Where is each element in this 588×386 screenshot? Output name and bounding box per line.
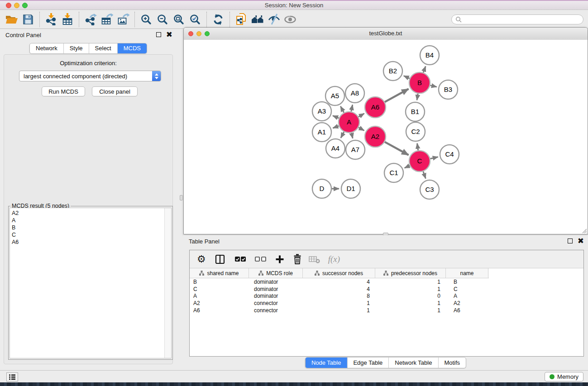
graph-edge-A-A1[interactable] (333, 126, 339, 128)
add-column-icon[interactable] (275, 255, 284, 264)
tab-edge-table[interactable]: Edge Table (347, 357, 388, 368)
graph-node-label-B4: B4 (425, 51, 434, 59)
mcds-result-scrollbar[interactable] (164, 208, 171, 358)
deselect-all-rows-icon[interactable] (255, 257, 266, 262)
memory-button[interactable]: Memory (545, 372, 583, 381)
graph-edge-A6-B[interactable] (385, 89, 409, 102)
graph-edge-B-B1[interactable] (417, 94, 418, 100)
table-row[interactable]: Bdominator41B (190, 278, 583, 286)
export-network-button[interactable] (82, 12, 99, 27)
open-folder-icon (5, 14, 18, 25)
network-minimize-button[interactable] (196, 31, 201, 36)
close-panel-icon[interactable]: ✖ (166, 32, 172, 37)
delete-columns-icon[interactable] (293, 254, 302, 264)
column-header-successor-nodes[interactable]: successor nodes (303, 268, 375, 278)
table-row[interactable]: A2connector11A2 (190, 300, 583, 307)
close-window-button[interactable] (6, 3, 11, 8)
show-panels-button[interactable] (6, 372, 18, 381)
table-settings-icon[interactable]: ⚙ (197, 254, 206, 264)
column-header-mcds-role[interactable]: MCDS role (249, 268, 303, 278)
graph-edge-B-B2[interactable] (404, 76, 410, 79)
graph-edge-A-A8[interactable] (351, 105, 353, 112)
run-mcds-button[interactable]: Run MCDS (42, 86, 85, 96)
select-all-rows-icon[interactable] (235, 257, 246, 262)
graph-edge-C-C1[interactable] (405, 166, 410, 168)
mcds-result-item[interactable]: A2 (10, 210, 164, 217)
graph-edge-A-A4[interactable] (341, 132, 344, 138)
tab-network-table[interactable]: Network Table (388, 357, 438, 368)
criterion-select[interactable]: largest connected component (directed) (19, 71, 161, 81)
splitter-handle-vertical[interactable] (180, 195, 183, 200)
new-network-from-selection-button[interactable] (233, 12, 249, 27)
table-cell: A6 (190, 307, 249, 314)
graph-edge-B-B3[interactable] (430, 86, 436, 87)
zoom-out-button[interactable] (154, 12, 171, 27)
table-header-row: shared name MCDS role successor nodes pr… (190, 268, 489, 278)
refresh-icon (212, 14, 224, 25)
zoom-in-icon (140, 14, 152, 25)
minimize-window-button[interactable] (14, 3, 19, 8)
apply-layout-button[interactable] (210, 12, 226, 27)
close-panel-button[interactable]: Close panel (92, 86, 138, 96)
network-overview-button[interactable] (249, 12, 266, 27)
tab-motifs[interactable]: Motifs (438, 357, 466, 368)
graph-edge-B-B4[interactable] (423, 67, 425, 73)
tab-network[interactable]: Network (30, 43, 63, 53)
network-window-titlebar[interactable]: testGlobe.txt (184, 28, 588, 40)
window-resize-grip[interactable] (581, 228, 587, 234)
column-header-shared-name[interactable]: shared name (190, 268, 249, 278)
mcds-result-item[interactable]: A6 (10, 238, 164, 246)
network-canvas[interactable]: B4B2BB3A5A8A6A3B1AA1C2A2A4A7C4CC1C3DD1 (184, 40, 588, 234)
maximize-window-button[interactable] (22, 3, 28, 8)
window-title: Session: New Session (0, 1, 588, 10)
graph-edge-A-A6[interactable] (359, 114, 364, 117)
table-row[interactable]: A6connector11A6 (190, 307, 583, 314)
graph-node-label-A8: A8 (351, 89, 359, 97)
network-maximize-button[interactable] (205, 31, 210, 36)
zoom-fit-button[interactable] (171, 12, 187, 27)
table-cell: connector (249, 307, 303, 314)
network-graph[interactable]: B4B2BB3A5A8A6A3B1AA1C2A2A4A7C4CC1C3DD1 (184, 40, 588, 234)
function-builder-icon[interactable]: f(x) (328, 254, 340, 264)
mcds-result-item[interactable]: C (10, 231, 164, 238)
show-graphics-details-button[interactable] (282, 12, 298, 27)
graph-edge-C-C2[interactable] (417, 143, 418, 150)
mcds-result-item[interactable]: A (10, 217, 164, 224)
tab-style[interactable]: Style (63, 43, 89, 53)
float-panel-icon[interactable] (568, 238, 573, 243)
export-table-button[interactable] (99, 12, 115, 27)
graph-edge-A-A7[interactable] (351, 133, 353, 138)
table-cell: A2 (190, 300, 249, 306)
import-table-button[interactable] (59, 12, 76, 27)
table-row[interactable]: Adominator80A (190, 292, 583, 300)
hide-graphics-details-button[interactable] (266, 12, 282, 27)
graph-edge-A-A2[interactable] (359, 128, 364, 131)
destroy-table-icon[interactable] (309, 255, 320, 263)
zoom-in-button[interactable] (138, 12, 154, 27)
open-session-button[interactable] (4, 12, 20, 27)
network-close-button[interactable] (188, 31, 193, 36)
search-input[interactable] (464, 15, 579, 23)
tab-select[interactable]: Select (89, 43, 117, 53)
column-header-name[interactable]: name (446, 268, 488, 278)
export-image-button[interactable] (115, 12, 131, 27)
graph-edge-C-C3[interactable] (423, 172, 426, 179)
search-box[interactable] (451, 14, 583, 24)
mcds-result-item[interactable]: B (10, 224, 164, 231)
zoom-selected-button[interactable] (187, 12, 203, 27)
tab-mcds[interactable]: MCDS (117, 43, 147, 53)
import-network-button[interactable] (43, 12, 59, 27)
save-session-button[interactable] (20, 12, 36, 27)
column-header-predecessor-nodes[interactable]: predecessor nodes (375, 268, 446, 278)
float-panel-icon[interactable] (156, 32, 161, 37)
graph-edge-A-A3[interactable] (333, 116, 339, 118)
show-columns-icon[interactable] (215, 254, 225, 264)
graph-edge-A-A5[interactable] (340, 106, 344, 113)
graph-edge-C-C4[interactable] (430, 157, 438, 159)
close-panel-icon[interactable]: ✖ (578, 238, 584, 243)
tab-node-table[interactable]: Node Table (306, 357, 347, 368)
table-row[interactable]: Cdominator41C (190, 286, 583, 293)
table-cell: B (446, 279, 488, 285)
column-label: shared name (207, 270, 239, 276)
graph-edge-A2-C[interactable] (385, 142, 409, 155)
